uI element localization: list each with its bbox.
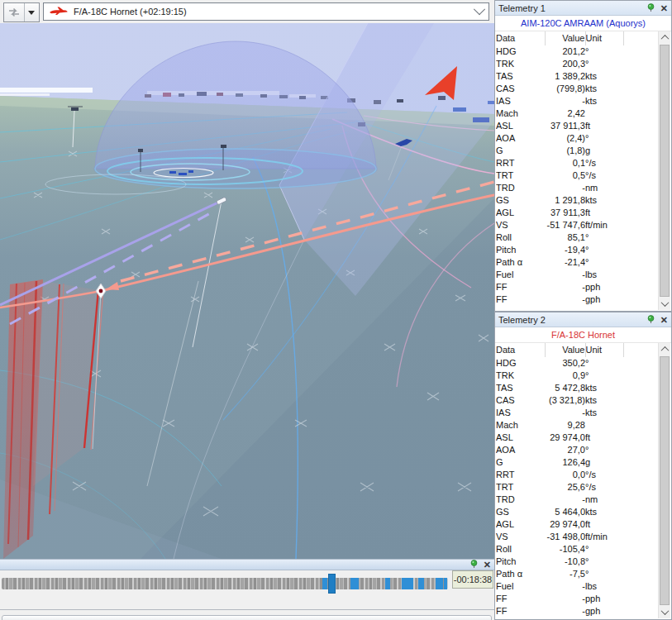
pin-icon[interactable] [469,560,479,570]
data-unit: ft [585,432,623,444]
timeline-activity-segment [322,578,327,589]
data-unit: pph [585,593,623,605]
data-unit: kts [585,407,623,419]
scrollbar-thumb[interactable] [660,45,670,297]
column-header-spacer [623,343,660,357]
data-unit: ° [585,231,623,244]
pin-icon[interactable] [646,315,655,324]
table-row: HDG201,2° [496,45,660,58]
data-unit: lbs [585,269,623,281]
data-unit: ° [585,444,623,456]
scrollbar[interactable] [658,31,670,310]
swap-dropdown-arrow-icon[interactable] [25,3,38,21]
table-row: TRT0,5°/s [496,169,660,182]
spacer [623,256,660,269]
data-unit: ° [585,370,623,382]
table-row: CAS(799,8)kts [496,83,660,95]
spacer [623,518,660,531]
table-row: Roll85,1° [496,231,660,244]
column-header-unit: Unit [585,31,623,45]
spacer [623,219,660,231]
table-row: FF-gph [496,293,660,306]
telemetry-2-panel: Telemetry 2 ✕ F/A-18C Hornet Data Value … [494,312,672,620]
timeline-activity-segment [385,578,390,589]
data-unit: g [585,145,623,157]
camera-swap-button[interactable] [3,2,40,22]
data-label: TAS [496,382,545,394]
data-label: FF [496,293,545,306]
data-value: 29 974,0 [545,432,585,444]
table-row: TRD-nm [496,494,660,506]
data-label: AOA [496,132,545,145]
data-value: 1 389,2 [545,70,585,83]
spacer [623,432,660,444]
data-unit: kts [585,194,623,207]
pin-icon[interactable] [646,3,655,12]
3d-view[interactable] [0,23,494,559]
data-unit: g [585,456,623,469]
scroll-up-icon[interactable] [659,343,670,355]
timeline-activity-segment [418,578,423,589]
data-value: -31 498,0 [545,531,585,543]
object-name-label: F/A-18C Hornet [495,327,671,343]
telemetry-1-panel: Telemetry 1 ✕ AIM-120C AMRAAM (Aquorys) … [494,0,672,312]
data-label: AOA [496,444,545,456]
data-unit: kts [585,83,623,95]
close-icon[interactable]: ✕ [660,4,668,12]
scroll-down-icon[interactable] [659,298,670,310]
data-unit: kts [585,506,623,518]
data-label: ASL [496,120,545,132]
data-value: - [545,95,585,107]
scrollbar[interactable] [658,343,670,618]
data-label: VS [496,219,545,231]
data-value: (2,4) [545,132,585,145]
table-row: CAS(3 321,8)kts [496,394,660,407]
table-row: TAS1 389,2kts [496,70,660,83]
timeline-activity-segment [436,578,443,589]
data-value: 2,42 [545,107,585,120]
table-row: G(1,8)g [496,145,660,157]
data-unit: ft/min [585,531,623,543]
telemetry-table: Data Value Unit HDG201,2°TRK200,3°TAS1 3… [496,31,660,306]
tracked-object-label: F/A-18C Hornet (+02:19:15) [74,7,475,17]
close-icon[interactable]: ✕ [484,560,491,569]
data-unit: nm [585,494,623,506]
data-unit: ° [585,357,623,370]
table-row: TRK200,3° [496,58,660,70]
table-row: GS5 464,0kts [496,506,660,518]
data-label: G [496,456,545,469]
scroll-up-icon[interactable] [659,31,670,44]
data-value: (3 321,8) [545,394,585,407]
data-unit: ft/min [585,219,623,231]
data-value: - [545,269,585,281]
data-unit: nm [585,182,623,194]
spacer [623,182,660,194]
tracked-object-selector[interactable]: F/A-18C Hornet (+02:19:15) [43,2,489,21]
data-value: - [545,281,585,293]
table-row: HDG350,2° [496,357,660,370]
spacer [623,407,660,419]
data-label: IAS [496,407,545,419]
scrollbar-thumb[interactable] [660,356,670,605]
close-icon[interactable]: ✕ [660,316,668,324]
timeline-activity-segment [444,578,448,589]
data-unit: kts [585,394,623,407]
spacer [623,145,660,157]
data-value: 0,0 [545,469,585,481]
data-label: Fuel [496,580,545,593]
secondary-progress-bar[interactable] [2,615,492,620]
data-label: AGL [496,207,545,219]
table-header-row: Data Value Unit [496,31,660,45]
panel-title: Telemetry 2 [498,315,641,325]
data-value: - [545,580,585,593]
timeline-scrubber[interactable] [2,578,448,589]
data-label: VS [496,531,545,543]
data-unit: kts [585,95,623,107]
scroll-down-icon[interactable] [659,606,670,618]
data-value: 37 911,3 [545,120,585,132]
data-label: Fuel [496,269,545,281]
timeline-cursor[interactable] [328,574,336,594]
column-header-data: Data [496,31,545,45]
main-column: F/A-18C Hornet (+02:19:15) [0,0,494,620]
data-unit: ° [585,568,623,580]
